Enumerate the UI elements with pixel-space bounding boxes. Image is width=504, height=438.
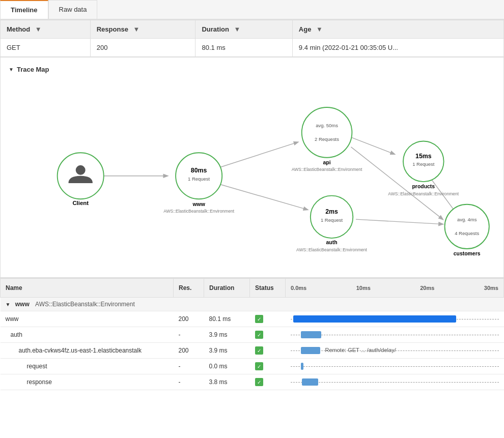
node-www-metric1: 80ms	[191, 167, 207, 174]
group-header-row: ▼ www AWS::ElasticBeanstalk::Environment	[1, 298, 504, 311]
tick-0: 0.0ms	[291, 285, 306, 291]
group-header-cell: ▼ www AWS::ElasticBeanstalk::Environment	[1, 298, 504, 311]
node-api-label: api	[323, 160, 331, 165]
bar-request	[301, 363, 303, 370]
bar-response	[302, 378, 318, 386]
col-age[interactable]: Age ▼	[292, 20, 503, 39]
status-check-auth: ✓	[255, 331, 263, 339]
bottom-table-header: Name Res. Duration Status 0.0ms 10ms 20m…	[1, 279, 504, 298]
client-head-icon	[76, 165, 86, 175]
bar-www	[293, 315, 456, 323]
row-timeline-www	[286, 311, 504, 327]
row-res-auth-eba: 200	[174, 343, 204, 359]
method-sort-icon[interactable]: ▼	[35, 25, 42, 33]
node-auth-metric1: 2ms	[325, 208, 338, 215]
node-customers-metric2: 4 Requests	[455, 230, 479, 236]
table-row: response - 3.8 ms ✓	[1, 374, 504, 390]
row-name-auth-eba: auth.eba-cvkws4fz.us-east-1.elasticbeans…	[1, 343, 174, 359]
row-status-auth: ✓	[250, 327, 286, 343]
tab-rawdata[interactable]: Raw data	[48, 0, 98, 19]
top-table-row: GET 200 80.1 ms 9.4 min (2022-01-21 00:3…	[1, 39, 504, 57]
tick-2: 20ms	[420, 285, 434, 291]
col-duration[interactable]: Duration ▼	[195, 20, 292, 39]
status-check-response: ✓	[255, 378, 263, 386]
node-products-label: products	[412, 184, 435, 189]
node-api-sublabel: AWS::ElasticBeanstalk::Environment	[292, 167, 362, 172]
node-products-sublabel: AWS::ElasticBeanstalk::Environment	[388, 191, 459, 196]
response-sort-icon[interactable]: ▼	[133, 25, 140, 33]
row-timeline-auth	[286, 327, 504, 343]
col-duration-header[interactable]: Duration	[204, 279, 250, 298]
dashed-line-auth	[291, 335, 499, 335]
table-row: www 200 80.1 ms ✓	[1, 311, 504, 327]
row-res-response: -	[174, 374, 204, 390]
edge-www-auth	[216, 183, 307, 210]
col-timeline-header: 0.0ms 10ms 20ms 30ms	[286, 279, 504, 298]
edge-www-api	[216, 142, 298, 168]
node-www-metric2: 1 Request	[188, 176, 210, 182]
table-row: auth - 3.9 ms ✓	[1, 327, 504, 343]
cell-response: 200	[90, 39, 195, 57]
row-name-auth: auth	[1, 327, 174, 343]
cell-age: 9.4 min (2022-01-21 00:35:05 U...	[292, 39, 503, 57]
row-name-www: www	[1, 311, 174, 327]
timeline-bar-request	[291, 362, 499, 371]
node-www-sublabel: AWS::ElasticBeanstalk::Environment	[163, 209, 234, 214]
duration-sort-icon[interactable]: ▼	[234, 25, 241, 33]
row-res-request: -	[174, 359, 204, 374]
group-sublabel: AWS::ElasticBeanstalk::Environment	[35, 301, 135, 308]
node-products-metric1: 15ms	[415, 153, 432, 160]
node-customers[interactable]	[445, 205, 489, 249]
timeline-bar-auth	[291, 330, 499, 339]
trace-map-section: ▼ Trace Map Client 80ms 1 Reque	[0, 57, 504, 278]
bottom-section: Name Res. Duration Status 0.0ms 10ms 20m…	[0, 278, 504, 390]
age-sort-icon[interactable]: ▼	[316, 25, 323, 33]
row-duration-auth-eba: 3.9 ms	[204, 343, 250, 359]
edge-auth-customers	[356, 219, 443, 224]
trace-map-title: ▼ Trace Map	[9, 66, 495, 73]
trace-map-svg[interactable]: Client 80ms 1 Request www AWS::ElasticBe…	[9, 79, 495, 268]
node-auth-metric2: 1 Request	[321, 217, 343, 223]
dashed-line-request	[291, 366, 499, 367]
node-api[interactable]	[302, 107, 352, 158]
node-customers-metric1a: avg. 4ms	[457, 217, 477, 222]
node-auth-label: auth	[326, 240, 338, 245]
node-api-metric2: 2 Requests	[315, 136, 339, 142]
table-row: request - 0.0 ms ✓	[1, 359, 504, 374]
status-check-request: ✓	[255, 362, 263, 370]
timeline-bar-www	[291, 314, 499, 324]
col-name-header[interactable]: Name	[1, 279, 174, 298]
remote-label-auth-eba: Remote: GET ... /auth/delay/	[325, 347, 396, 353]
group-www-label: www	[15, 301, 30, 308]
status-check-auth-eba: ✓	[255, 346, 263, 355]
col-method[interactable]: Method ▼	[1, 20, 91, 39]
col-res-header[interactable]: Res.	[174, 279, 204, 298]
bar-auth	[301, 331, 321, 338]
row-duration-response: 3.8 ms	[204, 374, 250, 390]
tick-3: 30ms	[484, 285, 498, 291]
node-client-label: Client	[72, 200, 89, 206]
tab-timeline[interactable]: Timeline	[0, 0, 48, 19]
row-status-response: ✓	[250, 374, 286, 390]
col-status-header[interactable]: Status	[250, 279, 286, 298]
row-duration-auth: 3.9 ms	[204, 327, 250, 343]
row-name-request: request	[1, 359, 174, 374]
tab-bar: Timeline Raw data	[0, 0, 504, 20]
status-check-www: ✓	[255, 315, 263, 323]
row-status-www: ✓	[250, 311, 286, 327]
col-response[interactable]: Response ▼	[90, 20, 195, 39]
bar-auth-eba	[301, 347, 320, 354]
cell-duration: 80.1 ms	[195, 39, 292, 57]
row-status-auth-eba: ✓	[250, 343, 286, 359]
row-res-auth: -	[174, 327, 204, 343]
timeline-bar-response	[291, 377, 499, 387]
group-expand-icon[interactable]: ▼	[6, 302, 11, 307]
row-name-response: response	[1, 374, 174, 390]
table-row: auth.eba-cvkws4fz.us-east-1.elasticbeans…	[1, 343, 504, 359]
timeline-bar-auth-eba: Remote: GET ... /auth/delay/	[291, 346, 499, 355]
tick-1: 10ms	[356, 285, 371, 291]
node-customers-label: customers	[454, 251, 481, 256]
trace-map-arrow: ▼	[9, 67, 14, 72]
row-timeline-request	[286, 359, 504, 374]
tick-label-container: 0.0ms 10ms 20ms 30ms	[291, 283, 498, 293]
